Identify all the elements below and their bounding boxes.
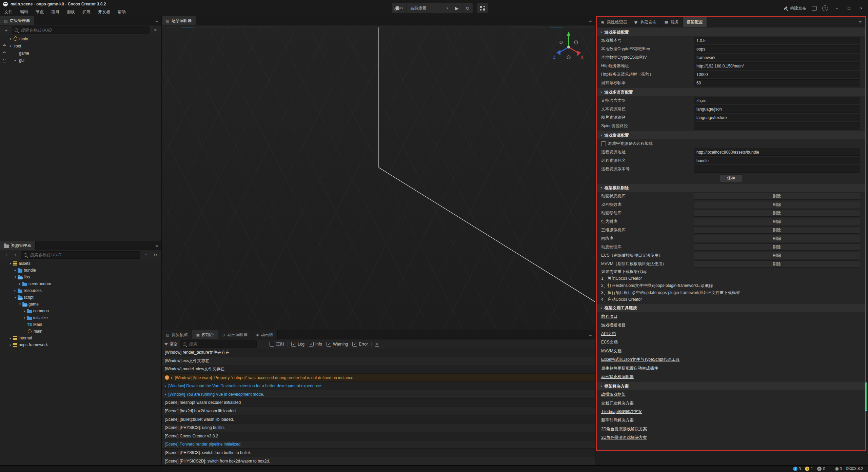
menu-item-扩展[interactable]: 扩展: [79, 8, 94, 16]
tab-动画图[interactable]: ◈动画图: [252, 330, 277, 339]
field-input[interactable]: [694, 165, 860, 173]
link-新手引导解决方案[interactable]: 新手引导解决方案: [601, 417, 634, 423]
remove-module-button[interactable]: 剔除: [694, 260, 860, 268]
tab-控制台[interactable]: ▣控制台: [192, 330, 218, 339]
filter-type-icon[interactable]: ≡: [152, 26, 159, 34]
section-header-框架文档工具链接[interactable]: ▾框架文档工具链接: [597, 304, 865, 312]
expand-arrow-icon[interactable]: ▸: [165, 384, 166, 388]
tab-属性检查器[interactable]: ◉属性检查器: [597, 17, 631, 27]
create-node-button[interactable]: +: [3, 26, 9, 34]
checkbox-icon[interactable]: [601, 141, 606, 146]
remove-module-button[interactable]: 剔除: [694, 201, 860, 208]
asset-node-resources[interactable]: ▸resources: [0, 287, 161, 294]
link-MVVM文档[interactable]: MVVM文档: [601, 348, 622, 354]
preview-qr-button[interactable]: [477, 3, 488, 13]
link-ECS文档[interactable]: ECS文档: [601, 339, 618, 345]
menu-item-开发者[interactable]: 开发者: [94, 8, 114, 16]
remove-module-button[interactable]: 剔除: [694, 210, 860, 217]
console-log-row[interactable]: [Scene] Cocos Creator v3.8.2: [162, 432, 595, 440]
console-log-row[interactable]: [Scene] [PHYSICS2D]: switch from box2d-w…: [162, 457, 595, 465]
console-log-row[interactable]: [Window] ecs文件夹存在: [162, 357, 595, 366]
hierarchy-node-game[interactable]: game: [0, 50, 161, 57]
preview-device-dropdown[interactable]: ▾: [392, 3, 407, 13]
close-button[interactable]: ×: [858, 6, 865, 11]
console-search-input[interactable]: [188, 341, 254, 347]
scene-viewport[interactable]: X Z: [162, 27, 595, 330]
section-header-框架解决方案[interactable]: ▾框架解决方案: [597, 382, 865, 390]
field-input[interactable]: http://192.168.0.150/main/: [694, 62, 860, 70]
panel-menu-icon[interactable]: ≡: [152, 16, 161, 25]
asset-node-internal[interactable]: ▸internal: [0, 335, 161, 341]
hierarchy-node-main[interactable]: ▾main: [0, 35, 161, 42]
tab-构建发布[interactable]: 构建发布: [631, 17, 660, 27]
field-input[interactable]: [694, 122, 860, 130]
panel-menu-icon[interactable]: ≡: [855, 17, 865, 27]
tree-arrow-icon[interactable]: ▾: [18, 302, 22, 306]
scene-select-dropdown[interactable]: 当前场景 ▾: [407, 3, 452, 13]
refresh-button[interactable]: ↻: [462, 3, 473, 13]
link-游戏模板项目[interactable]: 游戏模板项目: [601, 322, 626, 328]
tree-arrow-icon[interactable]: ▾: [8, 37, 13, 41]
hierarchy-search[interactable]: [12, 26, 150, 34]
tab-资源预览[interactable]: ▤资源预览: [162, 330, 192, 339]
link-全栈开发解决方案[interactable]: 全栈开发解决方案: [601, 400, 634, 406]
tree-arrow-icon[interactable]: ▸: [13, 289, 18, 292]
assets-search[interactable]: [21, 251, 140, 259]
maximize-button[interactable]: □: [846, 6, 852, 11]
link-Excel格式转Json文件与TypeScript代码工具[interactable]: Excel格式转Json文件与TypeScript代码工具: [601, 357, 679, 362]
field-input[interactable]: language/json: [694, 105, 860, 113]
filter-list-icon[interactable]: ≡: [143, 251, 150, 259]
error-count[interactable]: × 0: [817, 467, 825, 471]
refresh-icon[interactable]: ↻: [152, 251, 159, 259]
hierarchy-node-root[interactable]: ▾root: [0, 42, 161, 50]
console-log-row[interactable]: [Scene] [bullet]:bullet wasm lib loaded.: [162, 415, 595, 424]
help-icon[interactable]: ?: [822, 5, 828, 11]
field-input[interactable]: framework: [694, 54, 860, 61]
field-input[interactable]: 60: [694, 79, 860, 86]
filter-error[interactable]: ✓Error: [352, 342, 368, 347]
field-input[interactable]: bundle: [694, 157, 860, 164]
menu-item-编辑[interactable]: 编辑: [16, 8, 32, 16]
console-log-row[interactable]: [Scene] [PHYSICS]: using builtin.: [162, 424, 595, 432]
save-button[interactable]: 保存: [720, 174, 742, 182]
asset-node-initialize[interactable]: ▸initialize: [0, 314, 161, 321]
filter-log[interactable]: ✓Log: [291, 342, 304, 347]
hierarchy-node-gui[interactable]: ▸gui: [0, 57, 161, 64]
remove-module-button[interactable]: 剔除: [694, 227, 860, 234]
section-header-游戏多语言配置[interactable]: ▾游戏多语言配置: [597, 88, 865, 96]
play-button[interactable]: ▶: [452, 3, 462, 13]
field-input[interactable]: oops: [694, 45, 860, 53]
tree-arrow-icon[interactable]: ▸: [13, 59, 18, 62]
menu-item-节点[interactable]: 节点: [32, 8, 47, 16]
console-log-row[interactable]: [Scene] Forward render pipeline initiali…: [162, 440, 595, 449]
field-input[interactable]: 1.0.5: [694, 37, 860, 44]
field-input[interactable]: 10000: [694, 71, 860, 78]
console-log-row[interactable]: ▸[Window] You are running Vue in develop…: [162, 390, 595, 399]
clear-console-button[interactable]: 清空: [164, 341, 178, 347]
minimize-button[interactable]: −: [833, 6, 840, 11]
panel-menu-icon[interactable]: ≡: [152, 241, 161, 250]
console-log-row[interactable]: [Scene] [PHYSICS]: switch from builtin t…: [162, 449, 595, 457]
tree-arrow-icon[interactable]: ▸: [8, 343, 13, 347]
tree-arrow-icon[interactable]: ▾: [13, 296, 18, 299]
asset-node-oops-framework[interactable]: ▸oops-framework: [0, 341, 161, 348]
remove-module-button[interactable]: 剔除: [694, 193, 860, 200]
tab-动画编辑器[interactable]: ◇动画编辑器: [218, 330, 252, 339]
expand-arrow-icon[interactable]: ▸: [165, 393, 166, 396]
orientation-gizmo[interactable]: X Z: [552, 31, 585, 63]
tree-arrow-icon[interactable]: ▸: [22, 309, 27, 313]
remove-module-button[interactable]: 剔除: [694, 218, 860, 225]
console-log-row[interactable]: [Window] render_texture文件夹存在: [162, 349, 595, 357]
field-input[interactable]: zh,en: [694, 97, 860, 104]
asset-node-main[interactable]: main: [0, 328, 161, 335]
menu-item-文件[interactable]: 文件: [1, 8, 16, 16]
log-file-icon[interactable]: [375, 342, 379, 347]
tab-scene[interactable]: ▧ 场景编辑器: [162, 16, 196, 25]
console-log-row[interactable]: [Window] model_view文件夹存在: [162, 365, 595, 374]
asset-node-game[interactable]: ▾game: [0, 301, 161, 308]
tree-arrow-icon[interactable]: ▾: [8, 44, 13, 48]
tab-hierarchy[interactable]: ▤ 层级管理器: [0, 16, 34, 25]
menu-item-帮助[interactable]: 帮助: [114, 8, 130, 16]
asset-node-Main[interactable]: TSMain: [0, 321, 161, 328]
regex-checkbox[interactable]: 正则: [270, 341, 284, 347]
